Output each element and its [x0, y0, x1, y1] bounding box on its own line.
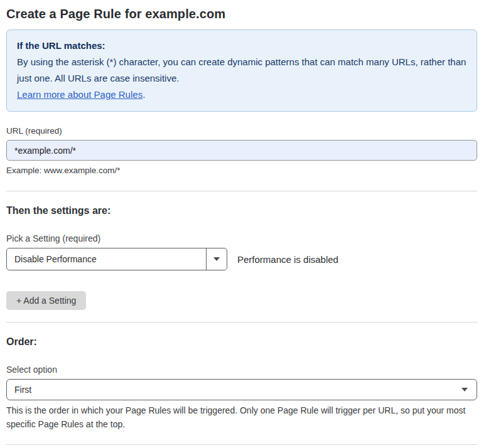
- order-section-heading: Order:: [6, 336, 477, 348]
- settings-section-heading: Then the settings are:: [6, 205, 477, 217]
- chevron-down-icon: [213, 257, 220, 261]
- link-period: .: [143, 89, 145, 100]
- setting-status-text: Performance is disabled: [237, 254, 338, 265]
- info-box-heading: If the URL matches:: [17, 38, 466, 54]
- order-select-label: Select option: [6, 364, 477, 375]
- setting-select-arrow-button[interactable]: [206, 248, 227, 270]
- setting-select-value: Disable Performance: [7, 248, 206, 270]
- info-box-body: By using the asterisk (*) character, you…: [17, 54, 466, 87]
- url-example-text: Example: www.example.com/*: [6, 165, 477, 176]
- url-input[interactable]: [6, 140, 477, 161]
- url-match-info-box: If the URL matches: By using the asteris…: [6, 29, 477, 112]
- divider: [6, 322, 477, 323]
- divider: [6, 444, 477, 445]
- setting-picker-row: Disable Performance Performance is disab…: [6, 248, 477, 270]
- learn-more-link[interactable]: Learn more about Page Rules: [17, 89, 143, 100]
- divider: [6, 191, 477, 191]
- pick-setting-label: Pick a Setting (required): [6, 233, 477, 244]
- order-help-text: This is the order in which your Page Rul…: [6, 403, 477, 431]
- url-field-label: URL (required): [6, 125, 477, 136]
- order-select[interactable]: First: [6, 379, 477, 400]
- page-title: Create a Page Rule for example.com: [6, 6, 477, 21]
- setting-select[interactable]: Disable Performance: [6, 248, 227, 270]
- add-setting-button[interactable]: + Add a Setting: [6, 291, 86, 310]
- chevron-down-icon: [461, 388, 468, 392]
- order-select-value: First: [14, 385, 31, 395]
- info-box-link-line: Learn more about Page Rules.: [17, 87, 466, 103]
